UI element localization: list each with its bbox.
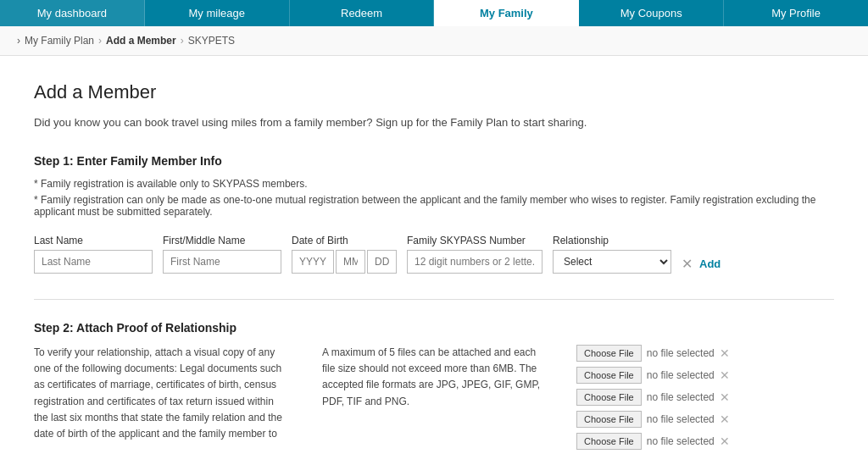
breadcrumb: › My Family Plan › Add a Member › SKYPET… — [0, 26, 868, 56]
step2-left-description: To verify your relationship, attach a vi… — [34, 345, 288, 455]
breadcrumb-family-plan[interactable]: My Family Plan — [25, 35, 94, 47]
choose-file-button-1[interactable]: Choose File — [576, 345, 642, 362]
file-row-1: Choose File no file selected ✕ — [576, 345, 834, 362]
dob-inputs — [292, 250, 397, 274]
remove-row-button[interactable]: ✕ — [682, 256, 693, 272]
dob-yyyy-input[interactable] — [292, 250, 334, 274]
step2-file-upload-area: Choose File no file selected ✕ Choose Fi… — [576, 345, 834, 455]
first-name-group: First/Middle Name — [163, 235, 281, 274]
dob-mm-input[interactable] — [336, 250, 365, 274]
file-row-3: Choose File no file selected ✕ — [576, 389, 834, 406]
step2-title: Step 2: Attach Proof of Relationship — [34, 321, 834, 335]
step2-middle-description: A maximum of 5 files can be attached and… — [322, 345, 542, 455]
file-status-3: no file selected — [647, 391, 715, 403]
breadcrumb-skypets: SKYPETS — [188, 35, 235, 47]
nav-my-family[interactable]: My Family — [434, 0, 579, 26]
file-remove-button-2[interactable]: ✕ — [720, 368, 730, 382]
file-remove-button-1[interactable]: ✕ — [720, 346, 730, 360]
dob-group: Date of Birth — [292, 235, 397, 274]
file-status-1: no file selected — [647, 347, 715, 359]
breadcrumb-sep-1: › — [98, 35, 102, 47]
add-link[interactable]: Add — [699, 257, 721, 270]
last-name-label: Last Name — [34, 235, 153, 246]
dob-dd-input[interactable] — [367, 250, 397, 274]
file-row-5: Choose File no file selected ✕ — [576, 433, 834, 450]
intro-text: Did you know you can book travel using m… — [34, 116, 834, 129]
skypass-input[interactable] — [407, 250, 542, 274]
first-name-input[interactable] — [163, 250, 281, 274]
step1-note-1: * Family registration is available only … — [34, 178, 834, 190]
step1-note-2: * Family registration can only be made a… — [34, 194, 834, 218]
file-status-2: no file selected — [647, 369, 715, 381]
main-content: Add a Member Did you know you can book t… — [0, 56, 868, 476]
step2-content: To verify your relationship, attach a vi… — [34, 345, 834, 455]
step1-title: Step 1: Enter Family Member Info — [34, 154, 834, 168]
step2-section: Step 2: Attach Proof of Relationship To … — [34, 321, 834, 455]
file-status-5: no file selected — [647, 435, 715, 447]
first-name-label: First/Middle Name — [163, 235, 281, 246]
file-row-2: Choose File no file selected ✕ — [576, 367, 834, 384]
form-row: Last Name First/Middle Name Date of Birt… — [34, 235, 834, 274]
skypass-label: Family SKYPASS Number — [407, 235, 542, 246]
nav-my-mileage[interactable]: My mileage — [145, 0, 290, 26]
relationship-group: Relationship Select Spouse Parent Child … — [553, 235, 671, 274]
file-remove-button-3[interactable]: ✕ — [720, 390, 730, 404]
choose-file-button-5[interactable]: Choose File — [576, 433, 642, 450]
nav-my-coupons[interactable]: My Coupons — [579, 0, 724, 26]
choose-file-button-2[interactable]: Choose File — [576, 367, 642, 384]
relationship-select[interactable]: Select Spouse Parent Child Sibling — [553, 250, 671, 274]
last-name-group: Last Name — [34, 235, 153, 274]
dob-label: Date of Birth — [292, 235, 397, 246]
file-row-4: Choose File no file selected ✕ — [576, 411, 834, 428]
breadcrumb-sep-2: › — [181, 35, 184, 47]
file-status-4: no file selected — [647, 413, 715, 425]
skypass-group: Family SKYPASS Number — [407, 235, 542, 274]
file-remove-button-5[interactable]: ✕ — [720, 434, 730, 448]
relationship-label: Relationship — [553, 235, 671, 246]
choose-file-button-4[interactable]: Choose File — [576, 411, 642, 428]
page-title: Add a Member — [34, 81, 834, 103]
nav-my-dashboard[interactable]: My dashboard — [0, 0, 145, 26]
nav-my-profile[interactable]: My Profile — [724, 0, 868, 26]
choose-file-button-3[interactable]: Choose File — [576, 389, 642, 406]
navigation-bar: My dashboard My mileage Redeem My Family… — [0, 0, 868, 26]
form-actions: ✕ Add — [682, 256, 721, 274]
breadcrumb-add-member[interactable]: Add a Member — [106, 35, 176, 47]
section-divider — [34, 299, 834, 300]
step1-section: Step 1: Enter Family Member Info * Famil… — [34, 154, 834, 274]
file-remove-button-4[interactable]: ✕ — [720, 412, 730, 426]
last-name-input[interactable] — [34, 250, 153, 274]
nav-redeem[interactable]: Redeem — [290, 0, 435, 26]
breadcrumb-chevron: › — [17, 35, 20, 47]
